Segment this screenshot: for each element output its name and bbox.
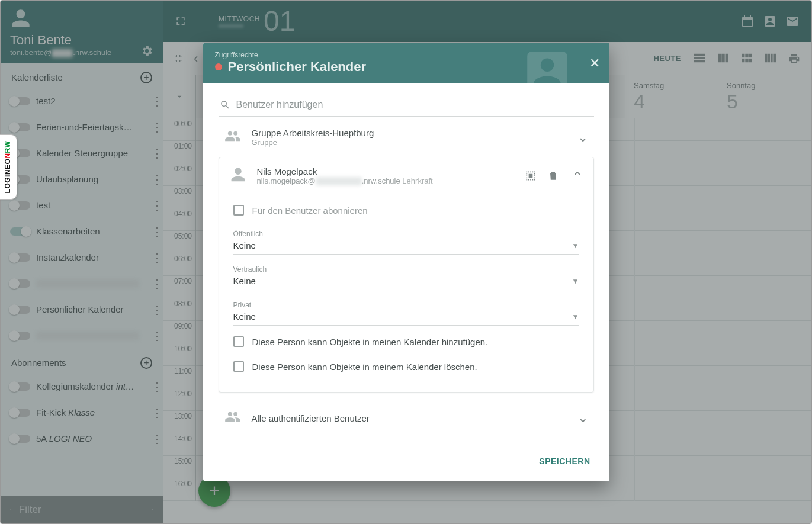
user-row: Nils Mogelpack nils.mogelpack@.nrw.schul… bbox=[219, 157, 593, 192]
chevron-down-icon[interactable]: ⌄ bbox=[575, 127, 590, 147]
search-icon bbox=[220, 99, 230, 110]
can-add-row[interactable]: Diese Person kann Objekte in meinen Kale… bbox=[233, 329, 579, 354]
can-delete-row[interactable]: Diese Person kann Objekte in meinem Kale… bbox=[233, 354, 579, 379]
logineo-tab[interactable]: LOGINEONRW bbox=[0, 134, 17, 200]
modal-overlay: Zugriffsrechte Persönlicher Kalender ✕ G… bbox=[1, 1, 811, 523]
group-row[interactable]: Gruppe Arbeitskreis-Huepfburg Gruppe ⌄ bbox=[219, 117, 594, 157]
user-permission-card: Nils Mogelpack nils.mogelpack@.nrw.schul… bbox=[219, 157, 594, 393]
trash-icon[interactable] bbox=[547, 170, 559, 182]
checkbox[interactable] bbox=[233, 336, 244, 347]
user-name-label: Nils Mogelpack bbox=[257, 166, 516, 176]
chevron-up-icon[interactable]: ⌄ bbox=[570, 166, 585, 186]
private-permission-select[interactable]: Privat Keine▼ bbox=[233, 294, 579, 329]
all-users-row[interactable]: Alle authentifizierten Benutzer ⌄ bbox=[219, 397, 594, 438]
calendar-color-dot bbox=[215, 63, 222, 70]
checkbox[interactable] bbox=[233, 205, 244, 216]
permissions-dialog: Zugriffsrechte Persönlicher Kalender ✕ G… bbox=[203, 43, 609, 481]
select-all-icon[interactable] bbox=[525, 170, 537, 182]
user-search-input[interactable] bbox=[236, 99, 593, 110]
user-email-label: nils.mogelpack@.nrw.schule Lehrkraft bbox=[257, 176, 516, 186]
dialog-header: Zugriffsrechte Persönlicher Kalender ✕ bbox=[203, 43, 609, 83]
save-button[interactable]: SPEICHERN bbox=[533, 452, 596, 471]
checkbox[interactable] bbox=[233, 361, 244, 372]
public-permission-select[interactable]: Öffentlich Keine▼ bbox=[233, 223, 579, 258]
close-icon[interactable]: ✕ bbox=[589, 56, 600, 71]
confidential-permission-select[interactable]: Vertraulich Keine▼ bbox=[233, 258, 579, 294]
subscribe-for-user-row[interactable]: Für den Benutzer abonnieren bbox=[233, 198, 579, 223]
chevron-down-icon[interactable]: ⌄ bbox=[575, 408, 590, 428]
